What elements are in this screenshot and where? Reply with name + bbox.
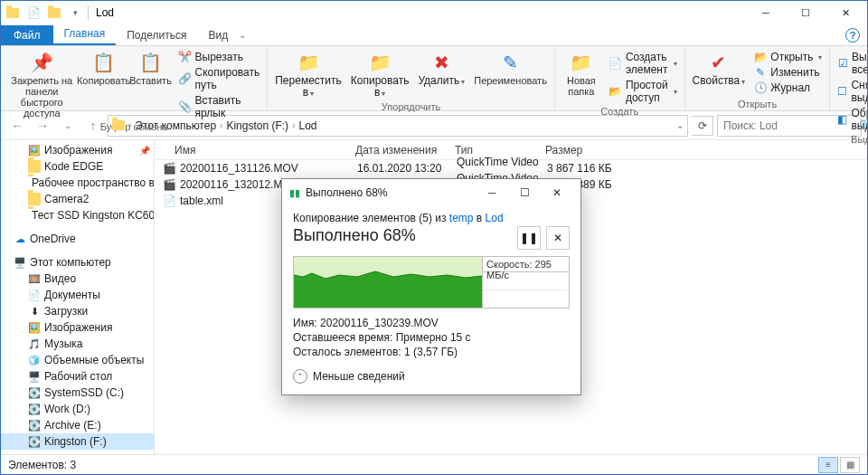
delete-button[interactable]: ✖Удалить▾ [414,48,468,89]
folder-icon [3,3,23,23]
qat-dropdown-icon[interactable]: ▾ [65,3,85,23]
tree-downloads[interactable]: ⬇Загрузки [1,303,154,319]
navigation-tree[interactable]: 🖼️Изображения📌 Kode EDGE Рабочее простра… [1,140,155,456]
dialog-icon: ▮▮ [289,187,300,199]
open-group-label: Открыть [689,98,826,110]
window-title: Lod [96,6,114,19]
new-folder-button[interactable]: 📁Новаяпапка [559,48,604,99]
invert-selection-button[interactable]: ◧Обратить выделение [834,106,868,133]
tree-objects[interactable]: 🧊Объемные объекты [1,352,154,368]
video-file-icon: 🎬 [162,177,176,192]
move-to-button[interactable]: 📁Переместитьв▾ [271,48,345,100]
col-type[interactable]: Тип [455,144,545,157]
dialog-close-button[interactable]: ✕ [541,180,573,205]
clipboard-group-label: Буфер обмена [5,120,263,133]
refresh-button[interactable]: ⟳ [692,116,713,136]
rename-button[interactable]: ✎Переименовать [470,48,551,88]
col-name[interactable]: Имя [175,144,355,157]
ribbon: 📌Закрепить на панелибыстрого доступа 📋Ко… [1,46,867,111]
properties-button[interactable]: ✔Свойства▾ [689,48,750,89]
tree-camera2[interactable]: Camera2 [1,191,154,207]
fewer-details-button[interactable]: ⌃ Меньше сведений [293,369,570,384]
copy-progress-dialog: ▮▮ Выполнено 68% ─ ☐ ✕ Копирование элеме… [281,178,581,395]
address-dropdown-icon[interactable]: ⌄ [676,120,684,130]
minimize-button[interactable]: ─ [746,1,786,24]
quick-access-toolbar: 📄 ▾ [3,3,90,23]
title-bar: 📄 ▾ Lod ─ ☐ ✕ [1,1,867,24]
speed-value: Скорость: 295 МБ/с [483,257,569,272]
qat-new-folder-icon[interactable] [44,3,64,23]
tree-workspace[interactable]: Рабочее пространство в O [1,175,154,191]
tree-onedrive[interactable]: ☁OneDrive [1,231,154,247]
paste-button[interactable]: 📋Вставить [128,48,174,88]
tab-share[interactable]: Поделиться [116,25,197,45]
tab-home[interactable]: Главная [53,24,117,45]
tree-kode[interactable]: Kode EDGE [1,158,154,175]
tab-file[interactable]: Файл [1,25,53,45]
pause-button[interactable]: ❚❚ [517,226,541,250]
tree-pictures[interactable]: 🖼️Изображения [1,319,154,336]
dialog-details: Имя: 20200116_130239.MOV Оставшееся врем… [293,316,570,360]
view-thumbnails-button[interactable]: ▦ [840,457,860,473]
source-link[interactable]: temp [449,212,474,224]
edit-button[interactable]: ✎Изменить [750,65,826,80]
col-date[interactable]: Дата изменения [355,144,455,157]
easy-access-button[interactable]: 📂Простой доступ▾ [606,78,681,105]
select-none-button[interactable]: ☐Снять выделение [834,78,868,105]
tree-systemssd[interactable]: 💽SystemSSD (C:) [1,385,154,401]
tree-thispc[interactable]: 🖥️Этот компьютер [1,254,154,271]
cancel-copy-button[interactable]: ✕ [546,226,570,250]
copy-path-button[interactable]: 🔗Скопировать путь [175,65,264,92]
col-size[interactable]: Размер [545,144,636,157]
tree-archive[interactable]: 💽Archive (E:) [1,417,154,433]
close-button[interactable]: ✕ [826,1,865,24]
crumb-folder[interactable]: Lod [298,119,316,132]
open-button[interactable]: 📂Открыть▾ [750,50,826,64]
select-all-button[interactable]: ☑Выделить все [834,50,868,77]
pin-quickaccess-button[interactable]: 📌Закрепить на панелибыстрого доступа [5,48,80,120]
tree-video[interactable]: 🎞️Видео [1,271,154,287]
history-button[interactable]: 🕓Журнал [750,81,826,95]
xml-file-icon: 📄 [162,194,176,208]
ribbon-collapse-icon[interactable]: ⌄ [239,30,246,40]
dialog-title: Выполнено 68% [306,186,388,199]
dest-link[interactable]: Lod [486,212,504,224]
tree-ssdtest[interactable]: Тест SSD Kingston KC600 [1,207,154,223]
organize-group-label: Упорядочить [271,100,551,113]
dialog-minimize-button[interactable]: ─ [476,180,508,205]
cut-button[interactable]: ✂️Вырезать [175,50,264,64]
copy-to-button[interactable]: 📁Копироватьв▾ [347,48,413,100]
dialog-action-text: Копирование элементов (5) из temp в Lod [293,212,570,224]
dialog-maximize-button[interactable]: ☐ [508,180,541,205]
new-item-button[interactable]: 📄Создать элемент▾ [606,50,681,77]
item-count: Элементов: 3 [8,459,76,471]
copy-button[interactable]: 📋Копировать [81,48,127,88]
maximize-button[interactable]: ☐ [786,1,826,24]
tree-kingston[interactable]: 💽Kingston (F:) [1,433,154,450]
tree-pictures-q[interactable]: 🖼️Изображения📌 [1,142,154,158]
ribbon-tabs: Файл Главная Поделиться Вид ⌄ ? [1,24,867,46]
chevron-up-icon: ⌃ [293,369,307,384]
new-group-label: Создать [559,105,681,118]
tree-music[interactable]: 🎵Музыка [1,336,154,352]
speed-graph: Скорость: 295 МБ/с [293,256,570,309]
tree-work[interactable]: 💽Work (D:) [1,401,154,417]
video-file-icon: 🎬 [162,161,176,176]
address-folder-icon [112,120,125,130]
view-details-button[interactable]: ≡ [818,457,838,473]
help-icon[interactable]: ? [845,28,860,43]
tree-desktop[interactable]: 🖥️Рабочий стол [1,368,154,385]
qat-properties-icon[interactable]: 📄 [24,3,43,23]
paste-shortcut-button[interactable]: 📎Вставить ярлык [175,93,264,120]
tab-view[interactable]: Вид [197,25,239,45]
tree-documents[interactable]: 📄Документы [1,287,154,303]
status-bar: Элементов: 3 ≡ ▦ [1,454,867,474]
